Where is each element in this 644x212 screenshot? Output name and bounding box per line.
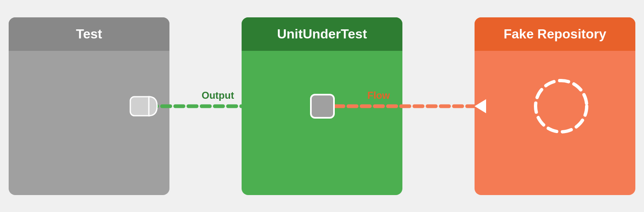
unit-box: UnitUnderTest — [242, 17, 402, 195]
unit-box-header: UnitUnderTest — [242, 17, 402, 51]
flow-label: Flow — [367, 90, 390, 101]
fake-box: Fake Repository — [475, 17, 635, 195]
output-label: Output — [202, 90, 234, 101]
test-box: Test — [9, 17, 169, 195]
fake-box-header: Fake Repository — [475, 17, 635, 51]
test-box-header: Test — [9, 17, 169, 51]
diagram: Test UnitUnderTest Fake Repository Outpu… — [9, 9, 635, 203]
